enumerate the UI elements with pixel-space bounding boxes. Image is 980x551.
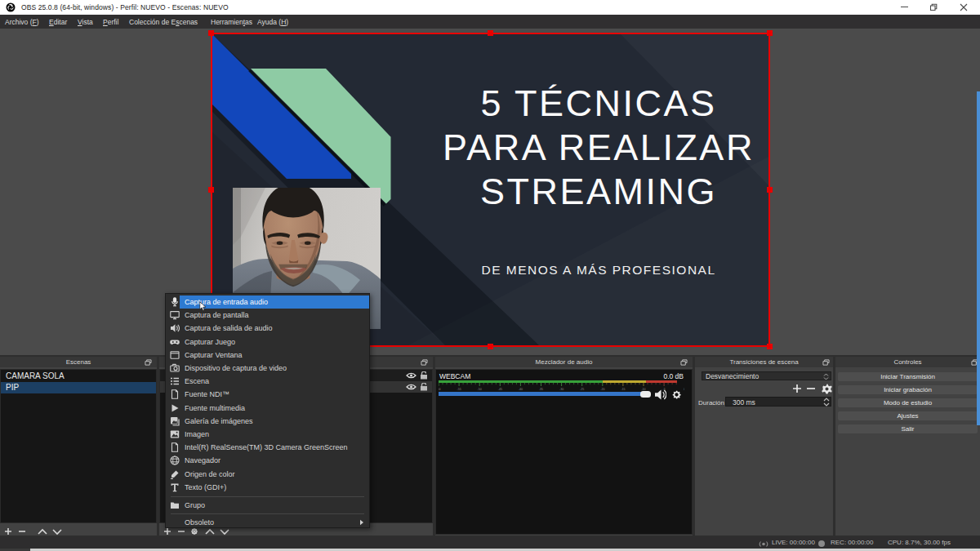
svg-text:-30: -30 [559,388,564,391]
svg-text:-45: -45 [498,388,502,391]
svg-text:-40: -40 [519,388,523,391]
svg-text:0: 0 [684,388,684,391]
svg-text:-15: -15 [621,388,625,391]
svg-text:-20: -20 [600,388,604,391]
svg-text:-35: -35 [539,388,543,391]
svg-text:-25: -25 [580,388,584,391]
svg-text:-60: -60 [439,388,441,391]
svg-text:-50: -50 [478,388,482,391]
svg-text:-55: -55 [457,388,461,391]
